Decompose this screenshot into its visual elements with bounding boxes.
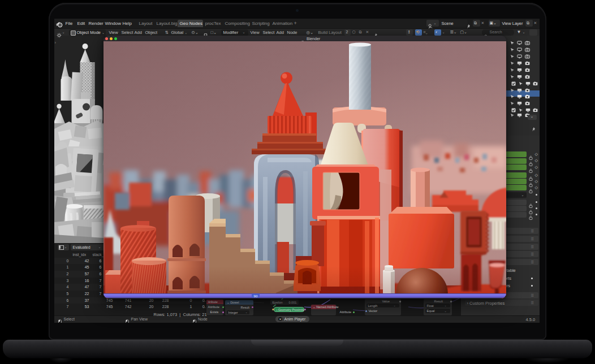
svg-text:90: 90 [254, 294, 258, 298]
